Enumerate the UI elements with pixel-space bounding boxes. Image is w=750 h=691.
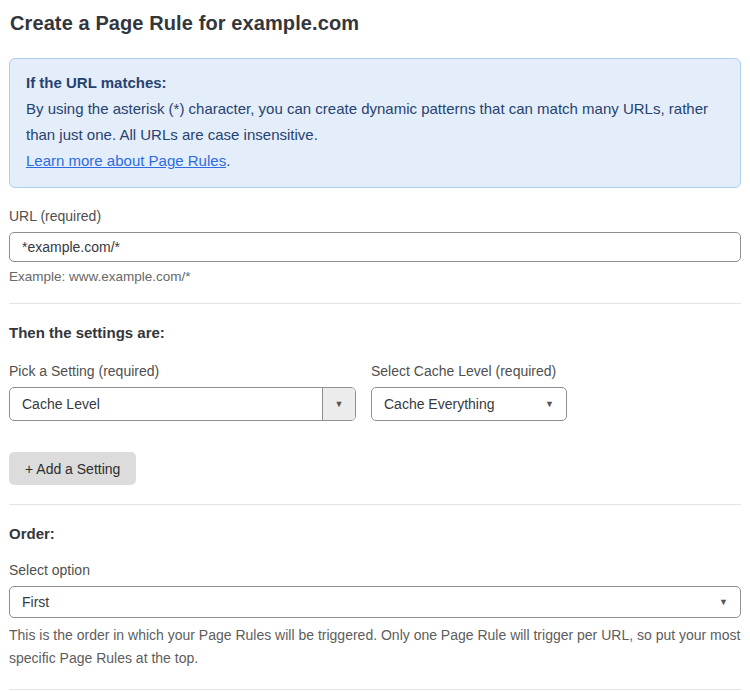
pick-setting-select[interactable]: Cache Level ▼ bbox=[9, 387, 356, 421]
section-divider bbox=[9, 689, 741, 690]
learn-more-page-rules-link[interactable]: Learn more about Page Rules bbox=[26, 152, 226, 169]
url-label: URL (required) bbox=[9, 208, 741, 224]
select-cache-level-label: Select Cache Level (required) bbox=[371, 363, 567, 379]
chevron-down-icon[interactable]: ▼ bbox=[322, 388, 355, 420]
settings-row: Pick a Setting (required) Cache Level ▼ … bbox=[9, 363, 741, 421]
add-setting-button[interactable]: + Add a Setting bbox=[9, 452, 136, 485]
pick-setting-label: Pick a Setting (required) bbox=[9, 363, 356, 379]
setting-field: Pick a Setting (required) Cache Level ▼ bbox=[9, 363, 356, 421]
order-section-heading: Order: bbox=[9, 525, 741, 542]
create-page-rule-form: Create a Page Rule for example.com If th… bbox=[0, 0, 750, 691]
link-suffix: . bbox=[226, 152, 230, 169]
url-example-helper: Example: www.example.com/* bbox=[9, 269, 741, 284]
info-link-row: Learn more about Page Rules. bbox=[26, 148, 724, 174]
page-title: Create a Page Rule for example.com bbox=[9, 12, 741, 35]
info-box-body: By using the asterisk (*) character, you… bbox=[26, 96, 724, 148]
order-helper-text: This is the order in which your Page Rul… bbox=[9, 624, 741, 670]
order-select[interactable]: First ▼ bbox=[9, 586, 741, 618]
chevron-down-icon: ▼ bbox=[719, 597, 740, 607]
order-select-label: Select option bbox=[9, 562, 741, 578]
url-match-info-box: If the URL matches: By using the asteris… bbox=[9, 58, 741, 188]
cache-level-select[interactable]: Cache Everything ▼ bbox=[371, 387, 567, 421]
url-input[interactable] bbox=[9, 232, 741, 262]
order-select-value: First bbox=[10, 594, 719, 610]
section-divider bbox=[9, 504, 741, 505]
cache-level-value: Cache Everything bbox=[372, 396, 545, 412]
settings-section-heading: Then the settings are: bbox=[9, 324, 741, 341]
section-divider bbox=[9, 303, 741, 304]
info-box-heading: If the URL matches: bbox=[26, 70, 724, 96]
dropdown-arrow-glyph: ▼ bbox=[335, 400, 344, 409]
cache-level-field: Select Cache Level (required) Cache Ever… bbox=[371, 363, 567, 421]
chevron-down-icon: ▼ bbox=[545, 399, 566, 409]
pick-setting-value: Cache Level bbox=[10, 396, 322, 412]
